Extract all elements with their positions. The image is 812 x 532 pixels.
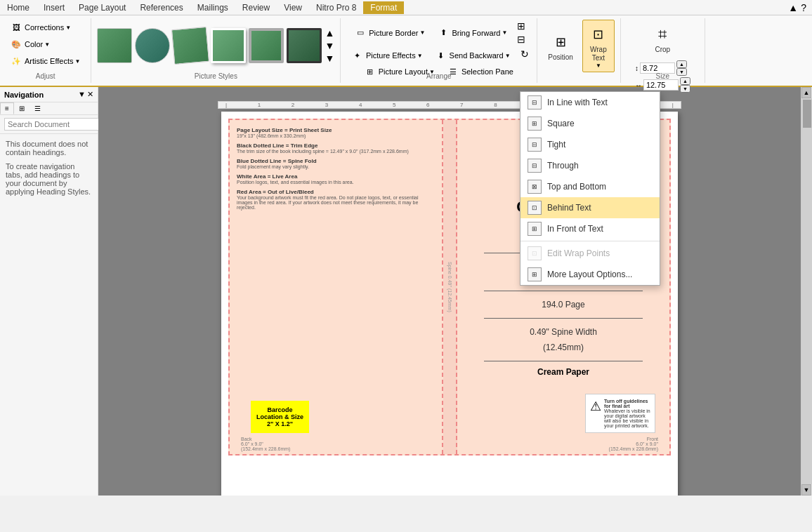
nav-tab-bar: ≡ ⊞ ☰ <box>0 102 98 115</box>
nav-tab-results[interactable]: ☰ <box>30 102 46 114</box>
wrap-edit-points-item: ⊡ Edit Wrap Points <box>520 243 660 264</box>
wrap-text-button[interactable]: ⊡ WrapText ▼ <box>582 20 615 72</box>
wrap-text-icon: ⊡ <box>587 23 610 46</box>
minimize-icon[interactable]: ▲ <box>788 2 798 13</box>
ribbon-group-picture-styles: ▲ ▼ ▼ Picture Styles <box>91 18 341 83</box>
styles-scroll-up[interactable]: ▲ <box>325 27 334 39</box>
wrap-behind-icon: ⊡ <box>528 201 542 215</box>
nav-collapse-icon[interactable]: ▼ <box>78 90 86 99</box>
artistic-effects-button[interactable]: ✨ Artistic Effects ▼ <box>6 53 85 69</box>
ps-thumb-1[interactable] <box>97 28 132 63</box>
menu-review[interactable]: Review <box>235 1 277 14</box>
wrap-front-item[interactable]: ⊞ In Front of Text <box>520 218 660 239</box>
wrap-topbottom-icon: ⊠ <box>528 180 542 194</box>
blue-dotted-title: Blue Dotted Line = Spine Fold <box>237 158 435 164</box>
width-input[interactable] <box>643 79 679 91</box>
nav-search-input[interactable] <box>4 118 108 131</box>
nav-message: This document does not contain headings. <box>6 140 92 157</box>
wrap-topbottom-item[interactable]: ⊠ Top and Bottom <box>520 176 660 197</box>
align-group-btn[interactable]: ⊞ <box>515 20 528 32</box>
height-up[interactable]: ▲ <box>676 60 687 68</box>
styles-scroll-down[interactable]: ▼ <box>325 40 334 51</box>
wrap-inline-item[interactable]: ⊟ In Line with Text <box>520 92 660 113</box>
picture-styles-label: Picture Styles <box>91 72 340 80</box>
nav-close-icon[interactable]: ✕ <box>87 90 93 99</box>
ps-thumb-5[interactable] <box>249 28 284 63</box>
position-button[interactable]: ⊞ Position <box>543 27 578 65</box>
bring-forward-button[interactable]: ⬆ Bring Forward ▼ <box>433 20 512 46</box>
wrap-square-item[interactable]: ⊞ Square <box>520 113 660 134</box>
wrap-through-item[interactable]: ⊟ Through <box>520 155 660 176</box>
width-down[interactable]: ▼ <box>680 85 690 93</box>
arrange-label: Arrange <box>341 72 537 80</box>
cover-spine: Spine 0.49" (12.45mm) <box>443 120 457 454</box>
menu-home[interactable]: Home <box>0 1 37 14</box>
wrap-behind-item[interactable]: ⊡ Behind Text <box>520 197 660 218</box>
scroll-up-btn[interactable]: ▲ <box>801 87 811 98</box>
ribbon-group-size: ⌗ Crop ↕ ▲ ▼ ↔ <box>621 18 705 83</box>
back-label: Back 6.0" x 9.0" (152.4mm x 228.6mm) <box>241 437 290 451</box>
wrap-more-icon: ⊞ <box>528 267 542 281</box>
scroll-down-btn[interactable]: ▼ <box>801 484 811 496</box>
ps-thumb-2[interactable] <box>135 28 170 63</box>
ps-thumb-6[interactable] <box>287 28 322 63</box>
black-dotted-desc: The trim size of the book including spin… <box>237 149 435 154</box>
menu-nitro[interactable]: Nitro Pro 8 <box>309 1 363 14</box>
ps-thumb-3[interactable] <box>171 27 209 65</box>
ribbon-group-position-wrap: ⊞ Position ⊡ WrapText ▼ <box>537 18 621 83</box>
send-backward-button[interactable]: ⬇ Send Backward ▼ <box>431 48 516 63</box>
page-layout-title: Page Layout Size = Print Sheet Size <box>237 127 435 133</box>
wrap-tight-icon: ⊟ <box>528 138 542 152</box>
vertical-scrollbar[interactable]: ▲ ▼ <box>801 87 812 496</box>
white-area-title: White Area = Live Area <box>237 173 435 180</box>
nav-tab-pages[interactable]: ⊞ <box>14 102 30 114</box>
warning-box: ⚠ Turn off guidelines for final art What… <box>585 394 655 433</box>
pages-label: 194.0 Page <box>542 300 584 310</box>
wrap-tight-item[interactable]: ⊟ Tight <box>520 134 660 155</box>
menu-page-layout[interactable]: Page Layout <box>72 1 133 14</box>
doc-area: |123456789101112| Page Layout Size = Pri… <box>98 87 801 496</box>
red-area-title: Red Area = Out of Live/Bleed <box>237 189 435 195</box>
red-area-desc: Your background artwork must fit the red… <box>237 195 435 210</box>
send-backward-icon: ⬇ <box>436 50 447 61</box>
v-scroll-thumb[interactable] <box>803 100 811 128</box>
menu-mailings[interactable]: Mailings <box>190 1 235 14</box>
help-icon[interactable]: ? <box>801 2 806 13</box>
color-dropdown-arrow: ▼ <box>44 41 50 48</box>
crop-button[interactable]: ⌗ Crop <box>645 20 680 58</box>
bring-forward-icon: ⬆ <box>438 27 449 39</box>
adjust-label: Adjust <box>0 72 91 80</box>
height-label: ↕ <box>635 65 639 72</box>
wrap-more-options-item[interactable]: ⊞ More Layout Options... <box>520 264 660 285</box>
nav-tab-headings[interactable]: ≡ <box>0 102 14 114</box>
styles-more[interactable]: ▼ <box>325 53 334 64</box>
artistic-dropdown-arrow: ▼ <box>74 58 80 65</box>
group-btn[interactable]: ⊟ <box>515 33 528 46</box>
menu-references[interactable]: References <box>133 1 190 14</box>
color-button[interactable]: 🎨 Color ▼ <box>6 36 55 52</box>
warning-icon: ⚠ <box>590 399 601 414</box>
corrections-icon: 🖼 <box>11 22 22 33</box>
black-dotted-title: Black Dotted Line = Trim Edge <box>237 142 435 149</box>
left-panel: Navigation ▼ ✕ ≡ ⊞ ☰ 🔍 This document doe… <box>0 87 98 496</box>
cover-left-section: Page Layout Size = Print Sheet Size 19"x… <box>230 120 443 454</box>
menu-insert[interactable]: Insert <box>37 1 72 14</box>
ribbon: 🖼 Corrections ▼ 🎨 Color ▼ ✨ Artistic Eff… <box>0 15 812 87</box>
rotate-btn[interactable]: ↻ <box>518 48 531 60</box>
ps-thumb-4[interactable] <box>211 28 246 63</box>
corrections-button[interactable]: 🖼 Corrections ▼ <box>6 20 76 35</box>
artistic-icon: ✨ <box>11 55 22 67</box>
menu-bar: Home Insert Page Layout References Maili… <box>0 0 812 15</box>
menu-format[interactable]: Format <box>363 1 404 14</box>
picture-border-button[interactable]: ▭ Picture Border ▼ <box>350 20 430 46</box>
spine-text: Spine 0.49" (12.45mm) <box>447 262 452 312</box>
nav-content: This document does not contain headings.… <box>0 134 98 201</box>
v-scroll-track <box>801 98 812 484</box>
wrap-square-icon: ⊞ <box>528 117 542 131</box>
picture-styles-gallery: ▲ ▼ ▼ <box>97 27 334 64</box>
menu-view[interactable]: View <box>277 1 309 14</box>
picture-effects-button[interactable]: ✦ Picture Effects ▼ <box>347 48 428 63</box>
size-label: Size <box>621 72 705 80</box>
picture-border-icon: ▭ <box>355 27 366 39</box>
ribbon-group-arrange: ▭ Picture Border ▼ ⬆ Bring Forward ▼ ⊞ ⊟ <box>341 18 537 83</box>
